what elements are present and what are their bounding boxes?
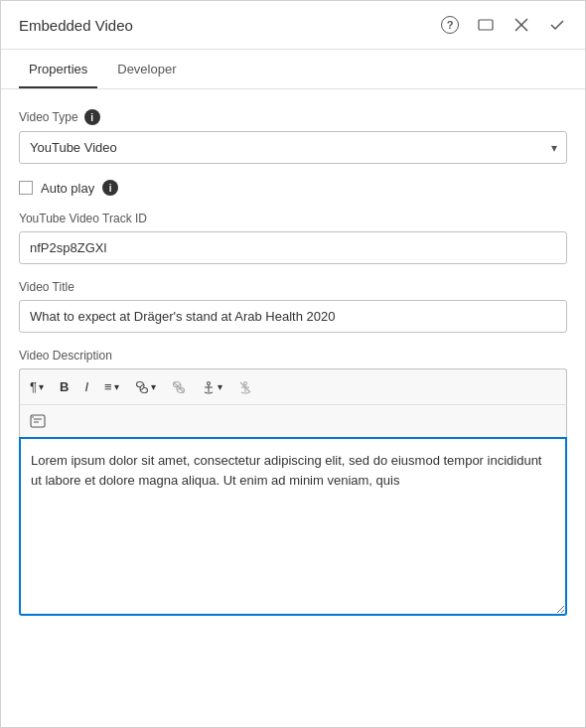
embedded-video-dialog: Embedded Video ? bbox=[0, 0, 586, 728]
unanchor-icon bbox=[238, 380, 252, 394]
help-icon[interactable]: ? bbox=[440, 15, 460, 35]
video-type-label: Video Type i bbox=[19, 109, 567, 125]
header-icons: ? bbox=[440, 15, 567, 35]
tab-properties[interactable]: Properties bbox=[19, 50, 97, 88]
dialog-title: Embedded Video bbox=[19, 17, 440, 34]
svg-point-14 bbox=[32, 416, 34, 418]
source-icon bbox=[29, 412, 47, 430]
video-title-group: Video Title bbox=[19, 280, 567, 333]
dialog-header: Embedded Video ? bbox=[1, 1, 585, 50]
autoplay-info-icon[interactable]: i bbox=[102, 180, 118, 196]
unanchor-btn[interactable] bbox=[232, 376, 258, 398]
list-btn[interactable]: ≡ ▾ bbox=[98, 375, 125, 398]
confirm-icon[interactable] bbox=[547, 15, 567, 35]
list-dropdown-arrow: ▾ bbox=[114, 381, 119, 392]
track-id-input[interactable] bbox=[19, 231, 567, 264]
svg-point-6 bbox=[207, 381, 210, 384]
tab-developer[interactable]: Developer bbox=[107, 50, 186, 88]
rich-text-toolbar-row2 bbox=[19, 404, 567, 437]
resize-icon[interactable] bbox=[476, 15, 496, 35]
svg-rect-2 bbox=[479, 20, 493, 30]
link-btn[interactable]: ▾ bbox=[129, 376, 162, 398]
autoplay-row: Auto play i bbox=[19, 180, 567, 196]
form-content: Video Type i YouTube Video Vimeo Video C… bbox=[1, 89, 585, 727]
video-type-info-icon[interactable]: i bbox=[84, 109, 100, 125]
track-id-label: YouTube Video Track ID bbox=[19, 212, 567, 225]
anchor-btn[interactable]: ▾ bbox=[196, 376, 228, 398]
source-btn[interactable] bbox=[24, 409, 52, 433]
bold-btn[interactable]: B bbox=[54, 375, 74, 398]
autoplay-checkbox[interactable] bbox=[19, 181, 33, 195]
link-icon bbox=[135, 380, 149, 394]
paragraph-dropdown-arrow: ▾ bbox=[39, 381, 44, 392]
video-type-group: Video Type i YouTube Video Vimeo Video C… bbox=[19, 109, 567, 164]
tabs-bar: Properties Developer bbox=[1, 50, 585, 89]
paragraph-btn[interactable]: ¶ ▾ bbox=[24, 375, 50, 398]
anchor-icon bbox=[202, 380, 216, 394]
video-type-select-wrapper: YouTube Video Vimeo Video Custom Video ▾ bbox=[19, 131, 567, 164]
video-description-label: Video Description bbox=[19, 349, 567, 363]
svg-point-8 bbox=[243, 381, 246, 384]
rich-text-toolbar: ¶ ▾ B I ≡ ▾ ▾ bbox=[19, 368, 567, 404]
video-description-group: Video Description ¶ ▾ B I ≡ ▾ bbox=[19, 349, 567, 620]
video-title-label: Video Title bbox=[19, 280, 567, 294]
description-textarea[interactable]: Lorem ipsum dolor sit amet, consectetur … bbox=[19, 437, 567, 616]
unlink-icon bbox=[172, 380, 186, 394]
autoplay-label: Auto play bbox=[41, 181, 94, 196]
italic-btn[interactable]: I bbox=[78, 375, 94, 398]
unlink-btn[interactable] bbox=[166, 376, 192, 398]
video-title-input[interactable] bbox=[19, 300, 567, 333]
svg-text:?: ? bbox=[447, 19, 454, 31]
track-id-group: YouTube Video Track ID bbox=[19, 212, 567, 264]
anchor-dropdown-arrow: ▾ bbox=[218, 381, 222, 392]
close-icon[interactable] bbox=[512, 15, 531, 35]
link-dropdown-arrow: ▾ bbox=[151, 381, 156, 392]
video-type-select[interactable]: YouTube Video Vimeo Video Custom Video bbox=[19, 131, 567, 164]
